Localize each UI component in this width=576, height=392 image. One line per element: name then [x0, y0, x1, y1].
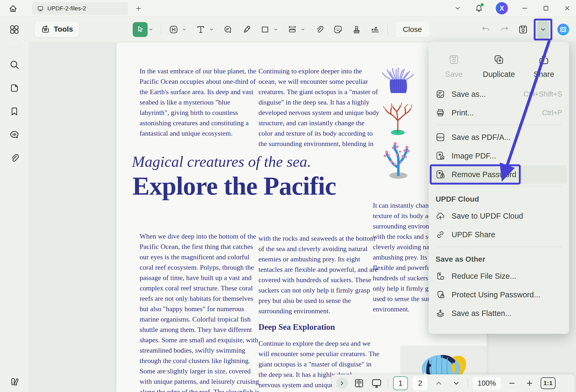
redo-button[interactable] — [498, 23, 511, 36]
page-1-label: 1 — [398, 379, 403, 387]
image-pdf-icon — [435, 151, 446, 161]
updf-ai-icon — [557, 23, 570, 36]
menu-duplicate-button[interactable]: Duplicate — [476, 47, 521, 85]
new-tab-button[interactable] — [133, 3, 144, 14]
sticker-tool-button[interactable] — [331, 22, 345, 37]
menu-item-reduce-file-size[interactable]: Reduce File Size... — [429, 267, 569, 285]
text-tool-dropdown[interactable] — [208, 22, 215, 37]
select-tool-dropdown[interactable] — [148, 22, 154, 37]
page-view-button[interactable] — [353, 377, 365, 390]
menu-item-protect-using-password[interactable]: Protect Using Password... — [429, 285, 569, 304]
zoom-level-button[interactable]: 100% — [473, 377, 501, 390]
menu-section-updf-cloud: UPDF Cloud — [429, 190, 569, 207]
menu-item-updf-share[interactable]: UPDF Share — [429, 225, 569, 244]
save-icon — [448, 53, 460, 66]
stamp-tool-button[interactable] — [349, 22, 364, 37]
presentation-icon — [370, 377, 383, 389]
next-page-button[interactable] — [450, 377, 463, 390]
previous-page-button[interactable] — [432, 377, 445, 390]
menu-item-print[interactable]: Print... Ctrl+P — [429, 103, 569, 122]
menu-item-label: Protect Using Password... — [452, 290, 540, 299]
toolbar-divider — [387, 24, 388, 35]
close-document-button[interactable]: Close — [395, 22, 429, 37]
signature-tool-button[interactable] — [368, 22, 383, 37]
avatar[interactable]: X — [496, 2, 508, 14]
sidebar-item-pages[interactable] — [8, 82, 20, 94]
comment-icon — [9, 129, 20, 141]
menu-share-label: Share — [534, 70, 554, 79]
close-window-button[interactable] — [563, 4, 572, 13]
tools-button[interactable]: Tools — [34, 21, 79, 37]
sidebar-item-appearance[interactable] — [8, 376, 20, 388]
zoom-in-button[interactable] — [523, 377, 536, 390]
toolbar-tools: Close — [133, 16, 429, 42]
redo-icon — [499, 24, 510, 35]
menu-item-image-pdf[interactable]: Image PDF... — [429, 147, 569, 165]
chevron-down-icon — [454, 4, 462, 12]
zoom-out-button[interactable] — [506, 377, 518, 390]
menu-item-remove-password[interactable]: Remove Password — [429, 165, 569, 184]
sidebar-item-search[interactable] — [8, 59, 20, 71]
save-options-dropdown-button[interactable] — [537, 21, 549, 38]
menu-duplicate-label: Duplicate — [483, 70, 515, 79]
tab-list-button[interactable] — [453, 4, 462, 13]
text-icon — [196, 24, 206, 35]
shape-tool-button[interactable] — [258, 22, 273, 37]
sidebar-item-comments[interactable] — [8, 129, 20, 141]
presentation-button[interactable] — [370, 377, 383, 390]
menu-section-save-as-other: Save as Other — [429, 250, 569, 267]
edit-heading-dropdown[interactable] — [181, 22, 187, 37]
minimize-button[interactable] — [520, 4, 529, 13]
menu-item-save-as-pdfa[interactable]: PDF/A Save as PDF/A... — [429, 128, 569, 147]
toolbox-icon — [40, 24, 51, 34]
menu-item-save-as[interactable]: Save as... Ctrl+Shift+S — [429, 85, 569, 103]
actual-size-label: 1:1 — [544, 380, 553, 387]
comment-tool-button[interactable] — [220, 22, 235, 37]
menu-share-button[interactable]: Share — [521, 47, 566, 85]
menu-divider — [436, 247, 562, 247]
signature-icon — [370, 24, 381, 35]
printer-icon — [435, 107, 446, 118]
menu-item-save-to-updf-cloud[interactable]: Save to UPDF Cloud — [429, 207, 569, 225]
home-button[interactable] — [7, 2, 19, 15]
page-1-button[interactable]: 1 — [393, 376, 408, 390]
sidebar-divider — [7, 47, 21, 47]
sidebar-item-thumbnails[interactable] — [8, 23, 20, 36]
share-icon — [538, 53, 550, 66]
maximize-button[interactable] — [541, 4, 550, 13]
sidebar-item-attachments[interactable] — [8, 152, 20, 164]
attach-tool-button[interactable] — [312, 22, 327, 37]
measure-tool-dropdown[interactable] — [300, 22, 306, 37]
document-tab[interactable]: UPDF-2-files-2 — [32, 2, 128, 15]
expand-bar-button[interactable] — [336, 377, 348, 389]
main-heading: Explore the Pacific — [132, 171, 336, 201]
red-coral-image — [381, 102, 416, 136]
shape-tool-dropdown[interactable] — [273, 22, 279, 37]
subtitle-heading: Magical creatures of the sea. — [132, 153, 311, 170]
menu-item-save-as-flatten[interactable]: Save as Flatten... — [429, 304, 569, 323]
toolbar-right — [480, 16, 570, 42]
undo-button[interactable] — [480, 23, 492, 36]
bottom-bar: 1 2 100% 1:1 — [332, 374, 574, 392]
swatches-icon — [9, 376, 20, 387]
minimize-icon — [521, 4, 529, 12]
page-2-button[interactable]: 2 — [413, 376, 428, 390]
edit-heading-tool-button[interactable] — [166, 22, 181, 37]
text-tool-button[interactable] — [193, 22, 208, 37]
titlebar: UPDF-2-files-2 X — [0, 0, 576, 16]
chevron-down-icon — [540, 26, 546, 33]
menu-divider — [436, 125, 562, 125]
sidebar-item-bookmarks[interactable] — [8, 105, 20, 118]
paperclip-icon — [9, 153, 20, 164]
notifications-button[interactable] — [474, 4, 483, 13]
highlighter-tool-button[interactable] — [239, 22, 254, 37]
updf-app-window: UPDF-2-files-2 X — [0, 0, 576, 392]
updf-ai-button[interactable] — [557, 23, 570, 36]
save-button[interactable] — [517, 23, 529, 36]
select-tool-button[interactable] — [133, 22, 148, 37]
menu-save-button[interactable]: Save — [431, 47, 476, 85]
save-as-icon — [435, 89, 446, 99]
pdfa-icon: PDF/A — [435, 132, 446, 143]
measure-tool-button[interactable] — [285, 22, 300, 37]
actual-size-button[interactable]: 1:1 — [541, 377, 556, 389]
